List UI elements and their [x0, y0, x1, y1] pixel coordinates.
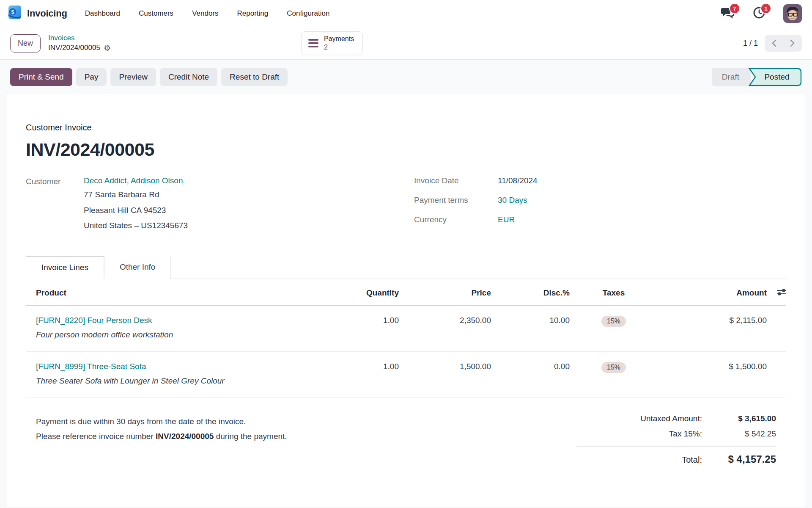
pager-counter: 1 / 1	[743, 39, 758, 48]
svg-text:$: $	[11, 9, 14, 15]
tab-invoice-lines[interactable]: Invoice Lines	[26, 256, 104, 279]
customer-address-line2: Pleasant Hill CA 94523	[84, 204, 188, 217]
status-posted-label: Posted	[761, 72, 789, 82]
form-statusbar: Print & Send Pay Preview Credit Note Res…	[0, 59, 812, 94]
product-link[interactable]: [FURN_8220] Four Person Desk	[36, 316, 340, 325]
credit-note-button[interactable]: Credit Note	[160, 68, 217, 86]
control-panel: New Invoices INV/2024/00005 ⚙ Payments 2…	[0, 27, 812, 59]
line-price[interactable]: 1,500.00	[399, 352, 491, 381]
currency-value[interactable]: EUR	[498, 215, 515, 224]
invoice-number-title: INV/2024/00005	[26, 139, 786, 160]
pager-previous-button[interactable]	[765, 35, 783, 52]
preview-button[interactable]: Preview	[110, 68, 156, 86]
optional-columns-button[interactable]	[767, 279, 786, 304]
invoicing-app-icon: $	[7, 5, 23, 22]
menu-dashboard[interactable]: Dashboard	[85, 9, 120, 18]
messages-button[interactable]: 7	[721, 6, 735, 21]
app-name[interactable]: Invoicing	[27, 8, 67, 19]
pager-next-button[interactable]	[783, 35, 802, 52]
chevron-right-icon	[790, 39, 795, 47]
terms-line2: Please reference invoice number INV/2024…	[36, 429, 287, 444]
line-quantity[interactable]: 1.00	[340, 352, 399, 381]
breadcrumb-current-record: INV/2024/00005	[48, 43, 100, 53]
col-header-product[interactable]: Product	[26, 279, 340, 305]
untaxed-amount-value: $ 3,615.00	[702, 414, 776, 423]
col-header-taxes[interactable]: Taxes	[570, 279, 658, 305]
payments-stat-button[interactable]: Payments 2	[301, 31, 363, 55]
menu-vendors[interactable]: Vendors	[192, 9, 218, 18]
sliders-icon	[777, 288, 786, 296]
activities-button[interactable]: 1	[752, 6, 766, 21]
payments-label: Payments	[324, 35, 354, 43]
pager: 1 / 1	[743, 35, 802, 52]
col-header-discount[interactable]: Disc.%	[491, 279, 570, 305]
payment-terms-note: Payment is due within 30 days from the d…	[36, 414, 287, 471]
customer-name-link[interactable]: Deco Addict, Addison Olson	[84, 176, 188, 185]
chevron-left-icon	[771, 39, 776, 47]
main-menu: Dashboard Customers Vendors Reporting Co…	[85, 9, 330, 18]
invoice-form-sheet: Customer Invoice INV/2024/00005 Customer…	[7, 94, 805, 508]
terms-invoice-number: INV/2024/00005	[156, 432, 214, 441]
currency-label: Currency	[414, 215, 498, 224]
tax-value: $ 542.25	[702, 429, 776, 439]
new-button[interactable]: New	[10, 34, 41, 52]
actions-gear-icon[interactable]: ⚙	[104, 44, 111, 52]
line-price[interactable]: 2,350.00	[399, 306, 491, 335]
product-link[interactable]: [FURN_8999] Three-Seat Sofa	[36, 362, 340, 371]
terms-line1: Payment is due within 30 days from the d…	[36, 414, 287, 429]
tax-badge[interactable]: 15%	[601, 316, 626, 327]
breadcrumb: Invoices INV/2024/00005 ⚙	[48, 33, 111, 53]
payments-count: 2	[324, 43, 328, 52]
invoice-lines-table: Product Quantity Price Disc.% Taxes Amou…	[26, 279, 786, 398]
user-avatar[interactable]	[783, 4, 802, 23]
reset-to-draft-button[interactable]: Reset to Draft	[221, 68, 288, 86]
status-posted: Posted	[749, 68, 802, 86]
menu-configuration[interactable]: Configuration	[287, 9, 329, 18]
customer-address-line3: United States – US12345673	[84, 220, 188, 232]
menu-customers[interactable]: Customers	[139, 9, 173, 18]
messages-count-badge: 7	[730, 4, 739, 13]
menu-reporting[interactable]: Reporting	[237, 9, 269, 18]
payment-terms-value[interactable]: 30 Days	[498, 196, 527, 205]
app-switcher[interactable]: $ Invoicing	[7, 5, 67, 22]
status-widget: Draft Posted	[712, 68, 802, 86]
invoice-line-row[interactable]: [FURN_8220] Four Person Desk Four person…	[26, 306, 786, 352]
product-description: Three Seater Sofa with Lounger in Steel …	[36, 376, 340, 386]
totals-block: Untaxed Amount: $ 3,615.00 Tax 15%: $ 54…	[577, 414, 776, 471]
payment-terms-label: Payment terms	[414, 196, 498, 205]
invoice-date-value[interactable]: 11/08/2024	[498, 176, 538, 185]
invoice-footer: Payment is due within 30 days from the d…	[26, 414, 786, 471]
line-discount[interactable]: 0.00	[491, 352, 570, 381]
line-quantity[interactable]: 1.00	[340, 306, 399, 335]
navbar-systray: 7 1	[721, 4, 802, 23]
notebook-tabs: Invoice Lines Other Info	[26, 256, 786, 279]
invoice-date-label: Invoice Date	[414, 176, 498, 185]
payments-bars-icon	[308, 39, 318, 47]
tab-other-info[interactable]: Other Info	[104, 256, 171, 279]
breadcrumb-invoices-link[interactable]: Invoices	[48, 33, 111, 43]
activities-count-badge: 1	[761, 4, 771, 13]
total-label: Total:	[682, 455, 702, 465]
table-header-row: Product Quantity Price Disc.% Taxes Amou…	[26, 279, 786, 306]
total-value: $ 4,157.25	[702, 453, 776, 465]
top-navbar: $ Invoicing Dashboard Customers Vendors …	[0, 0, 812, 27]
print-send-button[interactable]: Print & Send	[10, 68, 72, 86]
col-header-quantity[interactable]: Quantity	[340, 279, 399, 305]
line-discount[interactable]: 10.00	[491, 306, 570, 335]
status-draft[interactable]: Draft	[712, 68, 751, 86]
customer-address-line1: 77 Santa Barbara Rd	[84, 189, 188, 201]
line-amount: $ 2,115.00	[658, 306, 767, 335]
col-header-price[interactable]: Price	[399, 279, 491, 305]
invoice-header-fields: Customer Deco Addict, Addison Olson 77 S…	[26, 176, 786, 232]
customer-field-label: Customer	[26, 176, 84, 232]
line-amount: $ 1,500.00	[658, 352, 767, 381]
tax-label: Tax 15%:	[669, 429, 702, 439]
product-description: Four person modern office workstation	[36, 330, 340, 340]
col-header-amount[interactable]: Amount	[658, 279, 767, 305]
document-type-label: Customer Invoice	[26, 123, 786, 133]
tax-badge[interactable]: 15%	[601, 362, 626, 373]
totals-separator	[577, 446, 776, 447]
invoice-line-row[interactable]: [FURN_8999] Three-Seat Sofa Three Seater…	[26, 352, 786, 398]
pay-button[interactable]: Pay	[76, 68, 107, 86]
untaxed-amount-label: Untaxed Amount:	[640, 414, 702, 423]
